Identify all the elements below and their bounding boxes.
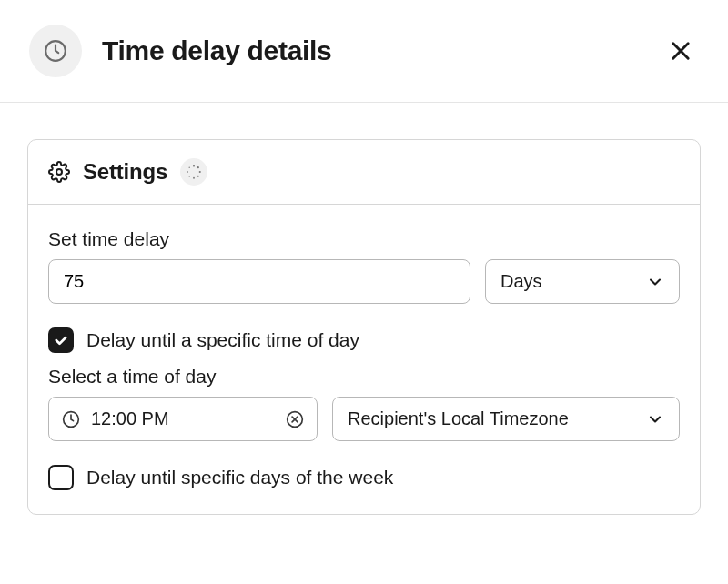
checkbox-days-of-week[interactable]	[48, 465, 74, 490]
checkbox-time-of-day-row: Delay until a specific time of day	[48, 327, 680, 353]
timezone-select[interactable]: Recipient's Local Timezone	[332, 397, 680, 441]
checkbox-time-of-day-label: Delay until a specific time of day	[86, 329, 359, 351]
checkbox-time-of-day[interactable]	[48, 327, 74, 353]
close-button[interactable]	[662, 33, 699, 69]
header-left: Time delay details	[29, 25, 332, 77]
delay-unit-value: Days	[500, 271, 542, 292]
svg-point-3	[56, 169, 62, 175]
time-input[interactable]: 12:00 PM	[48, 397, 318, 441]
delay-value-input[interactable]	[48, 259, 470, 304]
settings-header: Settings	[28, 140, 700, 205]
delay-label: Set time delay	[48, 228, 680, 250]
gear-icon	[48, 161, 70, 183]
svg-point-9	[188, 176, 190, 177]
delay-row: Days	[48, 259, 680, 304]
svg-point-10	[187, 171, 189, 173]
settings-body: Set time delay Days	[28, 205, 700, 514]
check-icon	[53, 332, 69, 348]
clock-icon	[62, 410, 80, 428]
checkbox-days-of-week-label: Delay until specific days of the week	[86, 467, 393, 488]
settings-card: Settings Set time delay	[27, 139, 701, 515]
clock-icon	[44, 39, 67, 63]
time-value: 12:00 PM	[91, 408, 275, 429]
chevron-down-icon	[646, 273, 664, 291]
svg-point-7	[197, 176, 199, 177]
clear-time-button[interactable]	[286, 410, 304, 428]
loading-indicator-icon	[180, 158, 207, 186]
time-of-day-label: Select a time of day	[48, 366, 680, 388]
chevron-down-icon	[646, 410, 664, 428]
clear-icon	[286, 410, 304, 428]
clock-icon-container	[29, 25, 82, 77]
svg-point-6	[199, 171, 201, 173]
dialog-header: Time delay details	[0, 0, 728, 103]
settings-title: Settings	[83, 159, 167, 185]
svg-point-8	[193, 177, 195, 179]
close-icon	[668, 38, 693, 64]
time-row: 12:00 PM Recipient's Local Timezone	[48, 397, 680, 441]
delay-unit-select[interactable]: Days	[485, 259, 680, 304]
dialog-title: Time delay details	[102, 35, 332, 66]
svg-point-4	[193, 165, 195, 166]
timezone-value: Recipient's Local Timezone	[348, 408, 569, 429]
dialog-body: Settings Set time delay	[0, 103, 728, 515]
svg-point-5	[197, 166, 199, 168]
checkbox-days-of-week-row: Delay until specific days of the week	[48, 465, 680, 490]
svg-point-11	[189, 167, 190, 168]
